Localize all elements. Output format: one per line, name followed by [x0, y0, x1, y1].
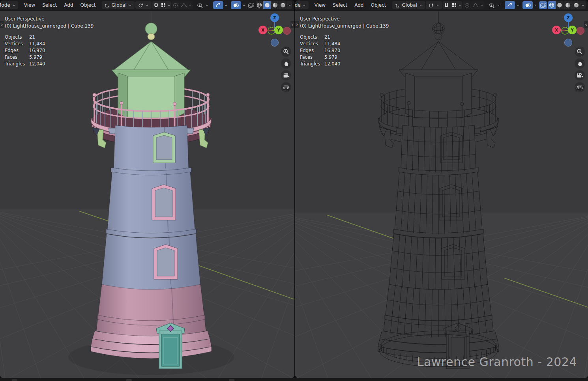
overlays-dropdown[interactable]: [521, 1, 538, 9]
shading-modes: [256, 1, 292, 9]
zoom-button[interactable]: [281, 47, 291, 57]
gizmo-z-label: Z: [567, 16, 569, 20]
gizmo-z-label: Z: [273, 16, 276, 20]
shading-wireframe-button[interactable]: [256, 1, 263, 9]
transform-orientation-dropdown[interactable]: Global: [102, 1, 135, 9]
gizmo-neg-x-ball[interactable]: [283, 27, 291, 35]
stat-label: Faces: [300, 54, 324, 61]
overlays-dropdown[interactable]: [230, 1, 247, 9]
mode-label: Mode: [0, 2, 10, 8]
stat-label: Triangles: [5, 61, 29, 67]
active-object-path: (0) LightHouse_unmerged | Cube.139: [300, 22, 389, 30]
gizmo-neg-z-ball[interactable]: [271, 39, 279, 47]
chevron-down-icon: [480, 4, 483, 6]
zoom-button[interactable]: [575, 47, 585, 57]
snap-magnet-toggle[interactable]: [443, 1, 451, 9]
navigation-gizmo[interactable]: Z X Y: [550, 12, 586, 49]
gizmo-neg-x-ball[interactable]: [577, 27, 584, 35]
show-overlays-toggle[interactable]: [522, 1, 533, 9]
stat-value: 5,979: [324, 54, 389, 61]
magnifier-icon: [577, 49, 583, 55]
stat-value: 16,970: [324, 47, 389, 54]
menu-view[interactable]: View: [21, 1, 39, 9]
stat-label: Edges: [5, 47, 29, 54]
menu-add[interactable]: Add: [60, 1, 77, 9]
shading-solid-button[interactable]: [263, 1, 271, 9]
gizmo-y-label: Y: [570, 28, 574, 32]
orientation-label: Global: [402, 2, 417, 8]
scene-statistics: Objects21 Vertices11,484 Edges16,970 Fac…: [5, 34, 94, 67]
shading-material-button[interactable]: [271, 1, 279, 9]
navigation-gizmo[interactable]: Z X Y: [257, 12, 293, 49]
pan-button[interactable]: [281, 58, 291, 69]
gizmos-dropdown[interactable]: [504, 1, 521, 9]
camera-view-button[interactable]: [575, 70, 585, 80]
menu-select[interactable]: Select: [39, 1, 60, 9]
proportional-falloff-dropdown[interactable]: [471, 1, 484, 9]
snap-target-dropdown[interactable]: [451, 1, 463, 9]
show-gizmo-toggle[interactable]: [213, 1, 223, 9]
scene-statistics: Objects21 Vertices11,484 Edges16,970 Fac…: [300, 34, 389, 67]
menu-bar: View Select Add Object: [21, 1, 99, 9]
toggle-perspective-button[interactable]: [575, 82, 585, 92]
pivot-icon: [138, 3, 144, 8]
shading-dropdown[interactable]: [580, 1, 586, 9]
show-overlays-toggle[interactable]: [231, 1, 241, 9]
mode-dropdown[interactable]: Mode: [295, 1, 309, 9]
snap-target-dropdown[interactable]: [160, 1, 171, 9]
axes-icon: [395, 3, 400, 8]
pan-button[interactable]: [575, 58, 585, 69]
gizmo-neg-z-ball[interactable]: [565, 39, 572, 47]
visibility-dropdown[interactable]: [486, 1, 503, 9]
viewport-3d-area: User Perspective (0) LightHouse_unmerged…: [0, 11, 294, 378]
show-gizmo-toggle[interactable]: [505, 1, 515, 9]
material-sphere-icon: [565, 2, 571, 8]
shading-material-button[interactable]: [564, 1, 572, 9]
transform-orientation-dropdown[interactable]: Global: [392, 1, 425, 9]
shading-solid-button[interactable]: [556, 1, 564, 9]
chevron-down-icon: [303, 4, 306, 6]
shading-rendered-button[interactable]: [279, 1, 287, 9]
proportional-editing-toggle[interactable]: [463, 1, 471, 9]
proportional-editing-toggle[interactable]: [172, 1, 179, 9]
toolbar-expand-tab[interactable]: ›: [0, 21, 4, 28]
shading-rendered-button[interactable]: [572, 1, 580, 9]
menu-view[interactable]: View: [311, 1, 329, 9]
visibility-dropdown[interactable]: [194, 1, 211, 9]
shading-modes: [548, 1, 586, 9]
menu-object[interactable]: Object: [77, 1, 99, 9]
grid-plane-icon: [577, 84, 583, 90]
viewport-tools: [575, 47, 585, 92]
eye-cursor-icon: [489, 3, 495, 8]
shading-dropdown[interactable]: [287, 1, 292, 9]
proportional-editing-group: [463, 1, 484, 9]
menu-object[interactable]: Object: [367, 1, 390, 9]
stat-value: 11,484: [29, 41, 94, 47]
toggle-perspective-button[interactable]: [281, 82, 291, 92]
mode-dropdown[interactable]: Mode: [0, 1, 18, 9]
rendered-sphere-icon: [573, 2, 579, 8]
stat-label: Vertices: [300, 41, 324, 47]
menu-select[interactable]: Select: [329, 1, 351, 9]
falloff-curve-icon: [472, 3, 479, 7]
menu-add[interactable]: Add: [351, 1, 367, 9]
stat-label: Objects: [5, 34, 29, 41]
xray-toggle[interactable]: [539, 1, 547, 9]
snapping-group: [443, 1, 462, 9]
gizmos-dropdown[interactable]: [212, 1, 229, 9]
chevron-down-icon: [497, 4, 500, 6]
proportional-falloff-dropdown[interactable]: [180, 1, 192, 9]
material-sphere-icon: [272, 2, 278, 8]
pivot-point-dropdown[interactable]: [135, 1, 152, 9]
overlays-icon: [233, 3, 239, 8]
toolbar-expand-tab[interactable]: ›: [295, 21, 299, 28]
shading-wireframe-button[interactable]: [548, 1, 556, 9]
chevron-down-icon: [129, 4, 132, 6]
snap-magnet-toggle[interactable]: [152, 1, 160, 9]
camera-view-button[interactable]: [281, 70, 291, 80]
pivot-point-dropdown[interactable]: [426, 1, 442, 9]
xray-toggle[interactable]: [247, 1, 255, 9]
stat-value: 21: [29, 34, 94, 41]
stat-value: 12,040: [324, 61, 389, 67]
chevron-down-icon: [225, 4, 228, 6]
